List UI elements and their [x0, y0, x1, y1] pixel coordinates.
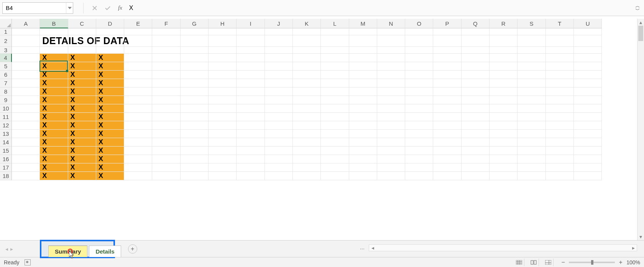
cell-C6[interactable]: X	[68, 71, 96, 79]
col-header-D[interactable]: D	[96, 19, 124, 28]
cell-N13[interactable]	[377, 130, 405, 138]
cell-F5[interactable]	[152, 62, 180, 71]
cell-U10[interactable]	[574, 104, 602, 113]
cell-D15[interactable]: X	[96, 147, 124, 155]
cell-F14[interactable]	[152, 138, 180, 147]
cell-M8[interactable]	[349, 87, 377, 96]
cell-H10[interactable]	[209, 104, 237, 113]
cell-E10[interactable]	[124, 104, 152, 113]
cell-K14[interactable]	[293, 138, 321, 147]
cell-P7[interactable]	[433, 79, 461, 87]
enter-icon[interactable]	[103, 3, 113, 13]
row-header-14[interactable]: 14	[0, 138, 12, 147]
cell-O13[interactable]	[405, 130, 433, 138]
cell-R14[interactable]	[490, 138, 518, 147]
cell-L7[interactable]	[321, 79, 349, 87]
cell-A11[interactable]	[12, 113, 40, 121]
cell-T16[interactable]	[546, 155, 574, 163]
cell-L16[interactable]	[321, 155, 349, 163]
row-header-8[interactable]: 8	[0, 87, 12, 96]
cell-B11[interactable]: X	[40, 113, 68, 121]
cell-C8[interactable]: X	[68, 87, 96, 96]
cell-M9[interactable]	[349, 96, 377, 104]
cell-U1[interactable]	[574, 28, 602, 35]
cell-M16[interactable]	[349, 155, 377, 163]
cell-N10[interactable]	[377, 104, 405, 113]
cell-Q8[interactable]	[462, 87, 490, 96]
cell-S18[interactable]	[518, 172, 545, 180]
cell-F13[interactable]	[152, 130, 180, 138]
cell-H6[interactable]	[209, 71, 237, 79]
cell-O1[interactable]	[405, 28, 433, 35]
cell-U12[interactable]	[574, 121, 602, 130]
cell-F11[interactable]	[152, 113, 180, 121]
cell-I7[interactable]	[237, 79, 264, 87]
cell-G4[interactable]	[181, 54, 209, 62]
cell-M17[interactable]	[349, 163, 377, 172]
cell-H8[interactable]	[209, 87, 237, 96]
cell-O18[interactable]	[405, 172, 433, 180]
cell-C1[interactable]	[68, 28, 96, 35]
cell-K18[interactable]	[293, 172, 321, 180]
cell-P13[interactable]	[433, 130, 461, 138]
cell-C15[interactable]: X	[68, 147, 96, 155]
cell-B10[interactable]: X	[40, 104, 68, 113]
cell-H7[interactable]	[209, 79, 237, 87]
cell-T1[interactable]	[546, 28, 574, 35]
cell-E3[interactable]	[124, 47, 152, 54]
cell-R6[interactable]	[490, 71, 518, 79]
cell-D9[interactable]: X	[96, 96, 124, 104]
cell-N5[interactable]	[377, 62, 405, 71]
cell-E16[interactable]	[124, 155, 152, 163]
cell-O2[interactable]	[405, 35, 433, 47]
cell-Q2[interactable]	[462, 35, 490, 47]
cell-T12[interactable]	[546, 121, 574, 130]
cell-U2[interactable]	[574, 35, 602, 47]
row-header-2[interactable]: 2	[0, 35, 12, 47]
cell-B14[interactable]: X	[40, 138, 68, 147]
cell-H5[interactable]	[209, 62, 237, 71]
cell-D6[interactable]: X	[96, 71, 124, 79]
cell-J9[interactable]	[265, 96, 293, 104]
cell-J4[interactable]	[265, 54, 293, 62]
cell-K15[interactable]	[293, 147, 321, 155]
cell-M15[interactable]	[349, 147, 377, 155]
cell-Q1[interactable]	[462, 28, 490, 35]
cell-K12[interactable]	[293, 121, 321, 130]
cell-A2[interactable]	[12, 35, 40, 47]
cell-K2[interactable]	[293, 35, 321, 47]
cell-T17[interactable]	[546, 163, 574, 172]
cell-J11[interactable]	[265, 113, 293, 121]
cell-S5[interactable]	[518, 62, 545, 71]
zoom-value[interactable]: 100%	[626, 259, 640, 265]
cell-C16[interactable]: X	[68, 155, 96, 163]
cell-G18[interactable]	[181, 172, 209, 180]
cell-S13[interactable]	[518, 130, 545, 138]
cell-N2[interactable]	[377, 35, 405, 47]
cell-N16[interactable]	[377, 155, 405, 163]
cell-S10[interactable]	[518, 104, 545, 113]
cell-H15[interactable]	[209, 147, 237, 155]
fx-icon[interactable]: fx	[118, 5, 122, 11]
cell-B1[interactable]	[40, 28, 68, 35]
cell-I6[interactable]	[237, 71, 264, 79]
cell-M14[interactable]	[349, 138, 377, 147]
cell-P6[interactable]	[433, 71, 461, 79]
cell-R5[interactable]	[490, 62, 518, 71]
cell-U4[interactable]	[574, 54, 602, 62]
cell-J14[interactable]	[265, 138, 293, 147]
cell-M3[interactable]	[349, 47, 377, 54]
cell-J10[interactable]	[265, 104, 293, 113]
cell-F15[interactable]	[152, 147, 180, 155]
cell-U6[interactable]	[574, 71, 602, 79]
cell-K3[interactable]	[293, 47, 321, 54]
scroll-thumb[interactable]	[638, 26, 643, 41]
cell-M2[interactable]	[349, 35, 377, 47]
cell-N8[interactable]	[377, 87, 405, 96]
cell-A10[interactable]	[12, 104, 40, 113]
cell-P10[interactable]	[433, 104, 461, 113]
cell-H13[interactable]	[209, 130, 237, 138]
cell-I9[interactable]	[237, 96, 264, 104]
cell-D10[interactable]: X	[96, 104, 124, 113]
cell-G11[interactable]	[181, 113, 209, 121]
